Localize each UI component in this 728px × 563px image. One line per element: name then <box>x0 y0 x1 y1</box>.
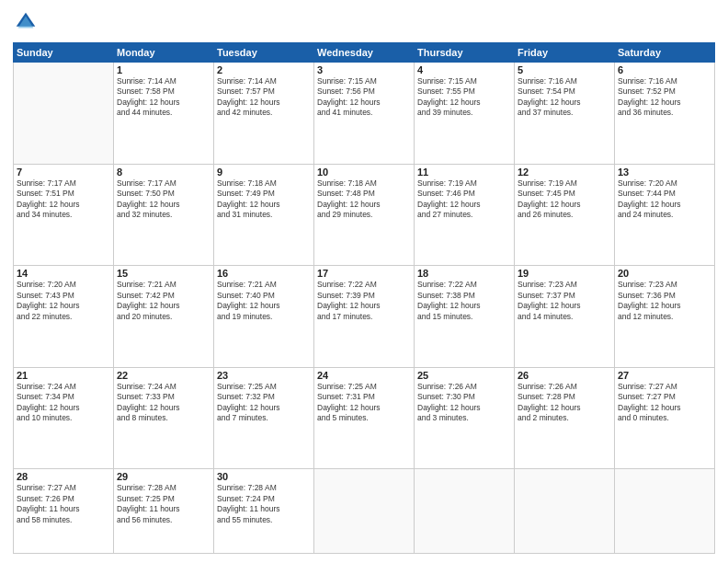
day-info: Sunrise: 7:21 AM Sunset: 7:42 PM Dayligh… <box>117 280 210 322</box>
calendar-cell: 14Sunrise: 7:20 AM Sunset: 7:43 PM Dayli… <box>14 266 114 368</box>
calendar-cell: 30Sunrise: 7:28 AM Sunset: 7:24 PM Dayli… <box>214 469 314 554</box>
calendar-week-row: 14Sunrise: 7:20 AM Sunset: 7:43 PM Dayli… <box>14 266 715 368</box>
calendar-cell: 15Sunrise: 7:21 AM Sunset: 7:42 PM Dayli… <box>114 266 214 368</box>
calendar-cell <box>515 469 615 554</box>
day-number: 26 <box>518 370 611 381</box>
day-info: Sunrise: 7:19 AM Sunset: 7:46 PM Dayligh… <box>417 178 511 221</box>
calendar-cell <box>615 469 715 554</box>
day-info: Sunrise: 7:20 AM Sunset: 7:43 PM Dayligh… <box>17 280 110 322</box>
day-number: 12 <box>518 167 611 178</box>
calendar-cell: 23Sunrise: 7:25 AM Sunset: 7:32 PM Dayli… <box>214 367 314 469</box>
day-info: Sunrise: 7:17 AM Sunset: 7:50 PM Dayligh… <box>117 178 210 221</box>
calendar-cell: 10Sunrise: 7:18 AM Sunset: 7:48 PM Dayli… <box>314 164 415 266</box>
calendar-cell <box>314 469 415 554</box>
calendar-header-thursday: Thursday <box>415 43 515 63</box>
day-info: Sunrise: 7:17 AM Sunset: 7:51 PM Dayligh… <box>17 178 110 221</box>
logo <box>13 9 42 35</box>
day-info: Sunrise: 7:16 AM Sunset: 7:52 PM Dayligh… <box>618 76 711 119</box>
logo-icon <box>13 9 39 35</box>
day-info: Sunrise: 7:24 AM Sunset: 7:33 PM Dayligh… <box>117 382 210 424</box>
day-number: 20 <box>618 268 711 279</box>
calendar-cell: 3Sunrise: 7:15 AM Sunset: 7:56 PM Daylig… <box>314 63 415 165</box>
day-info: Sunrise: 7:24 AM Sunset: 7:34 PM Dayligh… <box>17 382 110 424</box>
day-number: 27 <box>618 370 711 381</box>
calendar-cell: 9Sunrise: 7:18 AM Sunset: 7:49 PM Daylig… <box>214 164 314 266</box>
day-number: 2 <box>217 64 311 75</box>
day-info: Sunrise: 7:19 AM Sunset: 7:45 PM Dayligh… <box>518 178 611 221</box>
calendar-header-wednesday: Wednesday <box>314 43 415 63</box>
day-info: Sunrise: 7:14 AM Sunset: 7:57 PM Dayligh… <box>217 76 311 119</box>
calendar-cell: 16Sunrise: 7:21 AM Sunset: 7:40 PM Dayli… <box>214 266 314 368</box>
day-info: Sunrise: 7:28 AM Sunset: 7:24 PM Dayligh… <box>217 483 311 525</box>
day-number: 25 <box>417 370 511 381</box>
day-number: 22 <box>117 370 210 381</box>
day-info: Sunrise: 7:27 AM Sunset: 7:27 PM Dayligh… <box>618 382 711 424</box>
calendar-header-row: SundayMondayTuesdayWednesdayThursdayFrid… <box>14 43 715 63</box>
day-number: 3 <box>317 64 411 75</box>
day-number: 29 <box>117 471 210 482</box>
calendar-cell: 17Sunrise: 7:22 AM Sunset: 7:39 PM Dayli… <box>314 266 415 368</box>
calendar-cell: 18Sunrise: 7:22 AM Sunset: 7:38 PM Dayli… <box>415 266 515 368</box>
day-number: 23 <box>217 370 311 381</box>
day-info: Sunrise: 7:28 AM Sunset: 7:25 PM Dayligh… <box>117 483 210 525</box>
calendar-cell: 25Sunrise: 7:26 AM Sunset: 7:30 PM Dayli… <box>415 367 515 469</box>
day-info: Sunrise: 7:20 AM Sunset: 7:44 PM Dayligh… <box>618 178 711 221</box>
day-number: 30 <box>217 471 311 482</box>
calendar-header-monday: Monday <box>114 43 214 63</box>
calendar-cell: 19Sunrise: 7:23 AM Sunset: 7:37 PM Dayli… <box>515 266 615 368</box>
day-info: Sunrise: 7:15 AM Sunset: 7:55 PM Dayligh… <box>417 76 511 119</box>
calendar-cell: 6Sunrise: 7:16 AM Sunset: 7:52 PM Daylig… <box>615 63 715 165</box>
day-info: Sunrise: 7:14 AM Sunset: 7:58 PM Dayligh… <box>117 76 210 119</box>
calendar-cell: 27Sunrise: 7:27 AM Sunset: 7:27 PM Dayli… <box>615 367 715 469</box>
day-number: 7 <box>17 167 110 178</box>
day-info: Sunrise: 7:26 AM Sunset: 7:28 PM Dayligh… <box>518 382 611 424</box>
calendar-cell: 22Sunrise: 7:24 AM Sunset: 7:33 PM Dayli… <box>114 367 214 469</box>
calendar-header-friday: Friday <box>515 43 615 63</box>
day-info: Sunrise: 7:22 AM Sunset: 7:39 PM Dayligh… <box>317 280 411 322</box>
calendar-header-sunday: Sunday <box>14 43 114 63</box>
calendar-cell: 24Sunrise: 7:25 AM Sunset: 7:31 PM Dayli… <box>314 367 415 469</box>
day-number: 18 <box>417 268 511 279</box>
day-number: 17 <box>317 268 411 279</box>
day-info: Sunrise: 7:27 AM Sunset: 7:26 PM Dayligh… <box>17 483 110 525</box>
day-number: 14 <box>17 268 110 279</box>
day-number: 21 <box>17 370 110 381</box>
day-number: 28 <box>17 471 110 482</box>
calendar-cell <box>14 63 114 165</box>
day-number: 13 <box>618 167 711 178</box>
calendar-cell <box>415 469 515 554</box>
day-number: 11 <box>417 167 511 178</box>
calendar-cell: 21Sunrise: 7:24 AM Sunset: 7:34 PM Dayli… <box>14 367 114 469</box>
day-info: Sunrise: 7:18 AM Sunset: 7:49 PM Dayligh… <box>217 178 311 221</box>
calendar-table: SundayMondayTuesdayWednesdayThursdayFrid… <box>13 42 715 554</box>
page: SundayMondayTuesdayWednesdayThursdayFrid… <box>0 0 728 563</box>
calendar-cell: 8Sunrise: 7:17 AM Sunset: 7:50 PM Daylig… <box>114 164 214 266</box>
day-info: Sunrise: 7:25 AM Sunset: 7:31 PM Dayligh… <box>317 382 411 424</box>
day-info: Sunrise: 7:22 AM Sunset: 7:38 PM Dayligh… <box>417 280 511 322</box>
day-number: 5 <box>518 64 611 75</box>
day-info: Sunrise: 7:15 AM Sunset: 7:56 PM Dayligh… <box>317 76 411 119</box>
header <box>13 9 715 35</box>
day-info: Sunrise: 7:16 AM Sunset: 7:54 PM Dayligh… <box>518 76 611 119</box>
day-number: 15 <box>117 268 210 279</box>
calendar-cell: 1Sunrise: 7:14 AM Sunset: 7:58 PM Daylig… <box>114 63 214 165</box>
day-number: 16 <box>217 268 311 279</box>
calendar-week-row: 28Sunrise: 7:27 AM Sunset: 7:26 PM Dayli… <box>14 469 715 554</box>
day-info: Sunrise: 7:23 AM Sunset: 7:36 PM Dayligh… <box>618 280 711 322</box>
calendar-header-saturday: Saturday <box>615 43 715 63</box>
calendar-cell: 4Sunrise: 7:15 AM Sunset: 7:55 PM Daylig… <box>415 63 515 165</box>
day-info: Sunrise: 7:25 AM Sunset: 7:32 PM Dayligh… <box>217 382 311 424</box>
day-number: 9 <box>217 167 311 178</box>
day-number: 8 <box>117 167 210 178</box>
day-number: 19 <box>518 268 611 279</box>
calendar-cell: 12Sunrise: 7:19 AM Sunset: 7:45 PM Dayli… <box>515 164 615 266</box>
day-number: 1 <box>117 64 210 75</box>
calendar-cell: 26Sunrise: 7:26 AM Sunset: 7:28 PM Dayli… <box>515 367 615 469</box>
day-info: Sunrise: 7:26 AM Sunset: 7:30 PM Dayligh… <box>417 382 511 424</box>
day-number: 6 <box>618 64 711 75</box>
day-info: Sunrise: 7:21 AM Sunset: 7:40 PM Dayligh… <box>217 280 311 322</box>
day-info: Sunrise: 7:23 AM Sunset: 7:37 PM Dayligh… <box>518 280 611 322</box>
day-number: 24 <box>317 370 411 381</box>
calendar-cell: 7Sunrise: 7:17 AM Sunset: 7:51 PM Daylig… <box>14 164 114 266</box>
calendar-cell: 11Sunrise: 7:19 AM Sunset: 7:46 PM Dayli… <box>415 164 515 266</box>
